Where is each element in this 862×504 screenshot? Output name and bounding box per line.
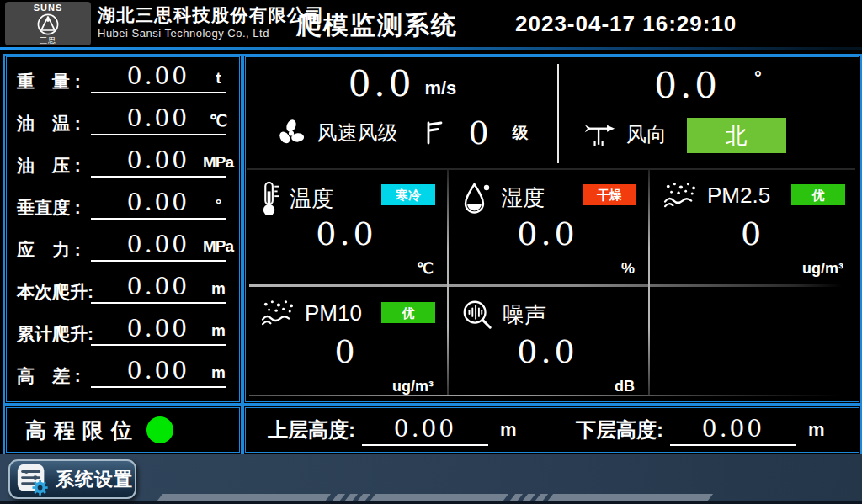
wind-level-icon [423,119,444,147]
sensor-cell-humidity: 湿度 干燥 0.0 % [449,170,646,283]
system-settings-button[interactable]: 系统设置 [8,459,136,499]
company-name-cn: 湖北三思科技股份有限公司 [98,4,325,26]
dust-icon [662,180,699,210]
sensor-value: 0 [247,333,445,370]
elevation-limit-inner: 高程限位 [6,407,240,453]
wind-speed-label: 风速风级 [317,119,397,146]
metric-row-weight: 重 量 : 0.00 t [10,61,236,103]
sensor-label: PM10 [305,300,362,326]
settings-button-label: 系统设置 [56,467,133,492]
sensor-unit: % [621,260,635,278]
company-name: 湖北三思科技股份有限公司 Hubei Sansi Technology Co.,… [98,4,325,41]
droplet-icon [460,180,492,215]
metric-label: 应 力 : [17,238,81,262]
wind-level-unit: 级 [513,122,529,144]
settings-sliders-icon [15,462,51,497]
wind-level-line: 风速风级 0 级 [247,114,557,151]
sensor-value: 0 [650,215,855,252]
sensor-value: 0.0 [449,215,646,252]
metric-unit: m [202,279,234,298]
lower-height-group: 下层高度: 0.00 m [576,408,825,452]
lower-height-value: 0.00 [670,415,796,446]
status-badge: 优 [791,184,845,205]
sensor-head: PM2.5 [662,180,770,210]
taskbar-stripe-slash [510,494,523,501]
metric-label: 油 压 : [17,154,81,178]
upper-height-unit: m [500,419,517,441]
sensor-label: 湿度 [501,183,545,213]
taskbar-stripe-slash [535,494,548,501]
upper-height-group: 上层高度: 0.00 m [268,408,517,452]
hydraulic-metrics-panel: 重 量 : 0.00 t 油 温 : 0.00 ℃ 油 压 : 0.00 MPa… [3,54,242,405]
metric-label: 重 量 : [17,70,81,93]
metric-row-oil-temp: 油 温 : 0.00 ℃ [10,103,236,145]
elevation-limit-panel: 高程限位 [3,405,242,455]
metric-row-total-climb: 累计爬升: 0.00 m [10,313,236,355]
upper-height-label: 上层高度: [268,416,355,443]
sensor-label: PM2.5 [707,183,770,209]
company-logo: SUNS 三思 [5,2,91,45]
wind-direction-unit: ° [754,67,762,89]
suns-logo-icon [36,13,60,36]
sensor-unit: ug/m³ [802,260,843,278]
hydraulic-metrics-panel-inner: 重 量 : 0.00 t 油 温 : 0.00 ℃ 油 压 : 0.00 MPa… [6,56,240,402]
taskbar-stripe-slash [358,494,370,501]
lower-height-unit: m [808,419,825,441]
header: SUNS 三思 湖北三思科技股份有限公司 Hubei Sansi Technol… [0,0,862,47]
wind-speed-section: 0.0 m/s 风速风级 [247,59,557,168]
sensor-value: 0.0 [449,333,646,370]
layer-heights-panel: 上层高度: 0.00 m 下层高度: 0.00 m [242,405,862,455]
upper-height-value: 0.00 [362,415,488,446]
metric-row-verticality: 垂直度 : 0.00 ° [10,187,236,229]
wind-direction-display: 北 [687,118,786,153]
metric-unit: t [202,69,234,88]
status-badge: 优 [381,302,435,323]
sensor-unit: dB [615,378,635,395]
sensor-head: PM10 [259,298,362,328]
metric-unit: ° [202,195,234,214]
sensor-cell-pm10: PM10 优 0 ug/m³ [247,288,445,401]
layer-heights-inner: 上层高度: 0.00 m 下层高度: 0.00 m [245,407,859,453]
sensor-cell-noise: 噪声 0.0 dB [449,288,646,401]
company-name-en: Hubei Sansi Technology Co., Ltd [98,26,325,41]
taskbar: 系统设置 [0,454,862,504]
status-indicator [146,416,173,443]
environment-content: 0.0 m/s 风速风级 [247,59,857,400]
sensor-head: 湿度 [460,180,545,215]
page-title: 爬模监测系统 [296,8,458,43]
lower-height-label: 下层高度: [576,416,663,443]
metric-unit: m [202,321,234,340]
taskbar-stripe-slash [333,494,345,501]
taskbar-stripe [548,494,713,501]
metric-label: 本次爬升: [17,280,93,304]
status-badge: 干燥 [583,184,636,205]
logo-suns-text: SUNS [5,3,91,13]
sensor-unit: ug/m³ [392,378,434,395]
metric-label: 油 温 : [17,112,81,135]
wind-direction-label: 风向 [626,121,667,148]
datetime-display: 2023-04-17 16:29:10 [515,11,737,37]
metric-label: 累计爬升: [17,322,93,346]
metric-unit: MPa [202,153,234,172]
wind-direction-value: 0.0 [654,66,721,106]
header-divider [0,47,862,50]
status-badge: 寒冷 [381,184,435,205]
metric-unit: ℃ [202,111,234,130]
metric-row-height-diff: 高 差 : 0.00 m [10,355,236,397]
sensor-cell-pm25: PM2.5 优 0 ug/m³ [650,170,855,283]
metric-unit: m [202,363,234,382]
environment-panel-inner: 0.0 m/s 风速风级 [245,56,859,402]
logo-cn-text: 三思 [5,36,91,45]
sensor-cell-temperature: 温度 寒冷 0.0 ℃ [247,170,445,283]
taskbar-stripe-slash [523,494,535,501]
environment-panel: 0.0 m/s 风速风级 [242,54,862,405]
grid-line-horizontal-middle [249,284,842,287]
climbing-formwork-monitor-screen: SUNS 三思 湖北三思科技股份有限公司 Hubei Sansi Technol… [0,0,862,504]
wind-section-divider [557,64,559,163]
sensor-head: 温度 [259,180,333,217]
sensor-label: 温度 [290,184,333,214]
metric-row-current-climb: 本次爬升: 0.00 m [10,271,236,313]
metric-list: 重 量 : 0.00 t 油 温 : 0.00 ℃ 油 压 : 0.00 MPa… [10,59,236,400]
noise-icon [460,298,494,332]
wind-speed-value: 0.0 [349,64,415,104]
